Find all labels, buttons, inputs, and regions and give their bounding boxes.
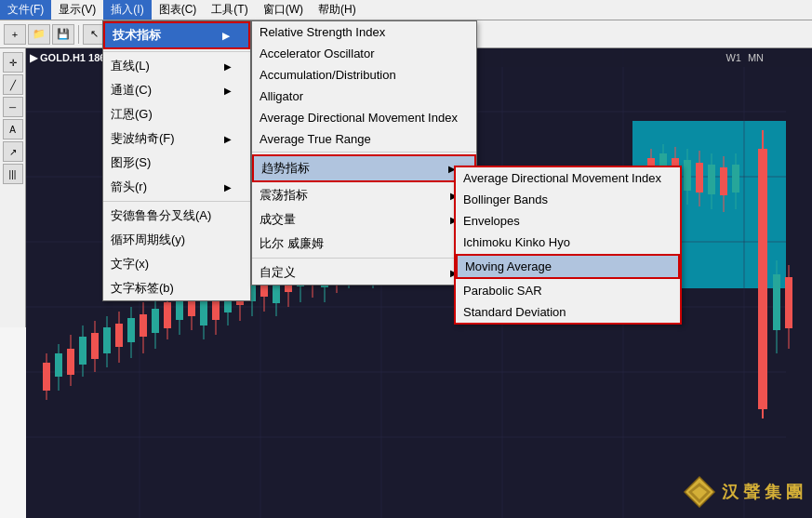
- svg-rect-127: [758, 149, 767, 409]
- cursor-icon: ↖: [90, 28, 99, 40]
- menu-ichimoku[interactable]: Ichimoku Kinko Hyo: [456, 232, 680, 253]
- side-arrow2[interactable]: ↗: [3, 141, 23, 162]
- menu-help[interactable]: 帮助(H): [311, 0, 364, 20]
- svg-rect-125: [732, 165, 739, 193]
- tech-sep1: [252, 152, 476, 153]
- svg-rect-15: [43, 363, 50, 391]
- menu-bollinger[interactable]: Bollinger Bands: [456, 189, 680, 210]
- tech-sep2: [252, 258, 476, 259]
- hline-icon: ─: [9, 102, 16, 113]
- svg-rect-35: [164, 302, 171, 328]
- logo-diamond-icon: [683, 475, 716, 509]
- trend-dropdown: Average Directional Movement Index Bolli…: [454, 166, 682, 325]
- menu-ao[interactable]: Accelerator Oscillator: [252, 43, 476, 64]
- menu-text[interactable]: 文字(x): [103, 252, 250, 276]
- fib-arrow: ▶: [224, 134, 232, 144]
- menu-atr[interactable]: Average True Range: [252, 128, 476, 150]
- side-fib[interactable]: |||: [3, 164, 23, 184]
- menu-ad[interactable]: Accumulation/Distribution: [252, 64, 476, 86]
- menu-file[interactable]: 文件(F): [0, 0, 51, 20]
- svg-rect-123: [720, 167, 727, 195]
- side-hline[interactable]: ─: [3, 97, 23, 117]
- svg-rect-21: [79, 337, 87, 365]
- menu-oscillator[interactable]: 震荡指标 ▶: [252, 183, 476, 207]
- menu-chart[interactable]: 图表(C): [152, 0, 205, 20]
- technical-dropdown: Relative Strength Index Accelerator Osci…: [251, 20, 477, 286]
- side-crosshair[interactable]: ✛: [3, 52, 23, 73]
- svg-rect-41: [200, 299, 207, 325]
- svg-rect-117: [684, 160, 691, 191]
- menu-fibonacci-f[interactable]: 斐波纳奇(F) ▶: [103, 126, 250, 151]
- svg-rect-129: [773, 274, 780, 330]
- timeframe-buttons: W1 MN: [724, 52, 812, 63]
- menu-sep1: [103, 51, 250, 52]
- menu-volume[interactable]: 成交量 ▶: [252, 207, 476, 232]
- menu-gann[interactable]: 安德鲁鲁分叉线(A): [103, 204, 250, 228]
- menu-rsi[interactable]: Relative Strength Index: [252, 21, 476, 43]
- fib-icon: |||: [9, 169, 17, 179]
- save-icon: 💾: [57, 28, 70, 40]
- menu-insert[interactable]: 插入(I): [103, 0, 151, 20]
- trend-container[interactable]: 趋势指标 ▶: [252, 154, 476, 182]
- menu-sep2: [103, 201, 250, 202]
- menu-arrow-r[interactable]: 箭头(r) ▶: [103, 175, 250, 199]
- logo-text: 汉 聲 集 團: [722, 481, 803, 503]
- svg-rect-19: [67, 349, 74, 375]
- new-icon: +: [12, 29, 18, 40]
- side-text[interactable]: A: [3, 119, 23, 139]
- svg-rect-121: [708, 165, 715, 194]
- menu-custom[interactable]: 自定义 ▶: [252, 260, 476, 285]
- menu-admi-l3[interactable]: Average Directional Movement Index: [456, 167, 680, 189]
- svg-rect-31: [140, 314, 147, 337]
- menu-admi-l2[interactable]: Average Directional Movement Index: [252, 107, 476, 128]
- technical-indicator-item[interactable]: 技术指标 ▶: [103, 21, 250, 49]
- svg-rect-25: [103, 327, 111, 353]
- menu-display[interactable]: 显示(V): [51, 0, 103, 20]
- svg-rect-29: [127, 318, 135, 342]
- menu-shape[interactable]: 图形(S): [103, 151, 250, 175]
- side-toolbar: ✛ ╱ ─ A ↗ |||: [0, 48, 26, 327]
- menu-line[interactable]: 直线(L) ▶: [103, 54, 250, 78]
- svg-rect-27: [115, 324, 123, 347]
- menu-textlabel[interactable]: 文字标签(b): [103, 276, 250, 300]
- menu-channel[interactable]: 通道(C) ▶: [103, 78, 250, 102]
- technical-arrow: ▶: [222, 31, 230, 41]
- channel-arrow: ▶: [224, 86, 232, 96]
- menu-bill[interactable]: 比尔 威廉姆: [252, 232, 476, 256]
- menu-fibonacci-g[interactable]: 江恩(G): [103, 102, 250, 126]
- toolbar-open[interactable]: 📁: [28, 24, 50, 45]
- crosshair2-icon: ✛: [9, 58, 17, 68]
- folder-icon: 📁: [33, 28, 46, 40]
- ma-label: Moving Average: [465, 259, 552, 273]
- svg-rect-17: [55, 353, 62, 377]
- technical-label: 技术指标: [113, 27, 161, 44]
- insert-dropdown: 技术指标 ▶ 直线(L) ▶ 通道(C) ▶ 江恩(G) 斐波纳奇(F) ▶ 图…: [102, 20, 251, 301]
- menu-window[interactable]: 窗口(W): [256, 0, 311, 20]
- tf-mn[interactable]: MN: [746, 52, 765, 63]
- menubar: 文件(F) 显示(V) 插入(I) 图表(C) 工具(T) 窗口(W) 帮助(H…: [0, 0, 812, 20]
- menu-stddev[interactable]: Standard Deviation: [456, 301, 680, 323]
- svg-rect-23: [91, 333, 99, 359]
- toolbar-sep1: [78, 25, 79, 44]
- svg-rect-33: [152, 309, 159, 333]
- side-line[interactable]: ╱: [3, 74, 23, 95]
- tf-w1[interactable]: W1: [724, 52, 743, 63]
- arrow2-icon: ↗: [9, 147, 17, 157]
- toolbar-save[interactable]: 💾: [52, 24, 74, 45]
- svg-rect-131: [785, 277, 792, 328]
- menu-alligator[interactable]: Alligator: [252, 86, 476, 107]
- menu-envelopes[interactable]: Envelopes: [456, 210, 680, 232]
- ma-container[interactable]: Moving Average: [456, 254, 680, 279]
- arrow-r-icon: ▶: [224, 182, 232, 193]
- svg-rect-119: [696, 163, 703, 193]
- line-icon: ╱: [10, 80, 16, 90]
- line-arrow: ▶: [224, 61, 232, 72]
- logo: 汉 聲 集 團: [683, 475, 803, 509]
- toolbar-new[interactable]: +: [4, 24, 26, 45]
- text2-icon: A: [9, 125, 16, 135]
- menu-tools[interactable]: 工具(T): [204, 0, 255, 20]
- menu-parabolic[interactable]: Parabolic SAR: [456, 280, 680, 301]
- menu-cycle[interactable]: 循环周期线(y): [103, 228, 250, 252]
- trend-label: 趋势指标: [261, 160, 310, 177]
